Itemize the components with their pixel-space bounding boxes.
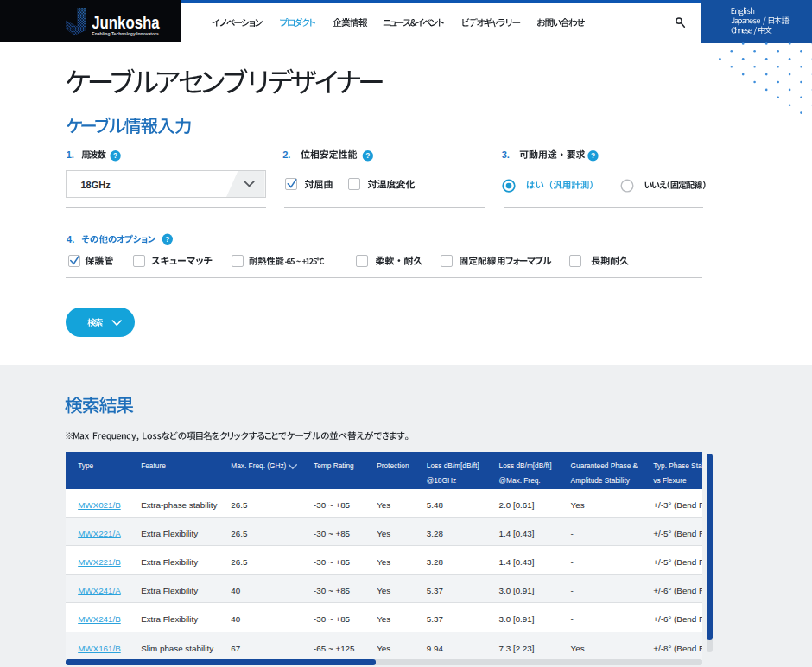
svg-text:?: ? (113, 152, 117, 160)
svg-text:?: ? (365, 152, 370, 160)
svg-text:?: ? (165, 236, 169, 244)
svg-text:?: ? (591, 152, 595, 160)
